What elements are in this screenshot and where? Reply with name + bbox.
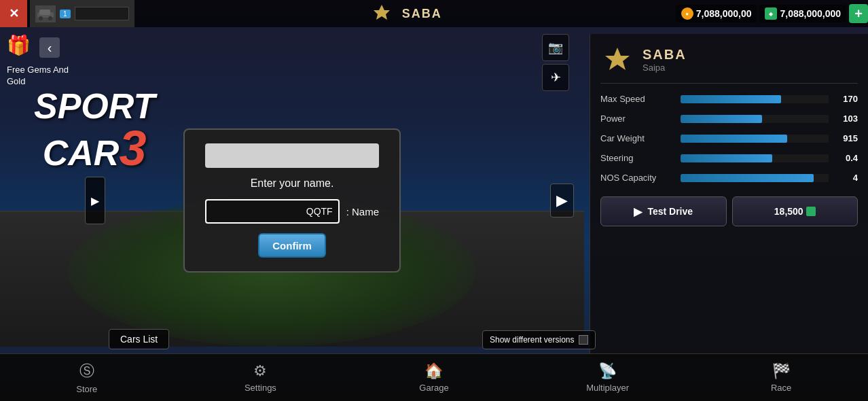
stat-row-speed: Max Speed 170	[600, 94, 858, 104]
gem-currency: ◆ 7,088,000,000	[759, 5, 846, 22]
player-logo	[600, 44, 634, 75]
stat-bar-container-steering	[681, 154, 829, 162]
stat-bar-container-nos	[681, 174, 829, 182]
stat-row-weight: Car Weight 915	[600, 133, 858, 143]
stats-panel: Saba Saipa Max Speed 170 Power 103 Car W…	[590, 34, 868, 360]
player-names: Saba Saipa	[643, 47, 687, 73]
stat-value-speed: 170	[834, 94, 858, 104]
modal-title: Enter your name.	[251, 177, 334, 190]
multiplayer-icon: 📡	[598, 362, 617, 380]
modal-name-row: : Name	[205, 199, 379, 224]
multiplayer-label: Multiplayer	[586, 383, 629, 393]
gem-value: 7,088,000,000	[780, 8, 841, 19]
coin-icon: ●	[681, 7, 693, 20]
stat-label-steering: Steering	[600, 153, 675, 163]
modal-dialog: Enter your name. : Name Confirm	[183, 128, 401, 273]
stat-bar-nos	[681, 174, 814, 182]
stat-row-nos: NOS Capacity 4	[600, 173, 858, 183]
test-drive-label: Test Drive	[647, 206, 693, 217]
player-info: Saba Saipa	[600, 44, 858, 84]
race-label: Race	[771, 383, 791, 393]
coin-value: 7,088,000,00	[696, 8, 752, 19]
action-buttons: ▶ Test Drive 18,500	[600, 196, 858, 226]
stat-value-nos: 4	[834, 173, 858, 183]
stat-value-steering: 0.4	[834, 153, 858, 163]
stat-label-nos: NOS Capacity	[600, 173, 675, 183]
buy-button[interactable]: 18,500	[732, 196, 858, 226]
modal-top-input[interactable]	[205, 143, 379, 168]
stat-label-weight: Car Weight	[600, 133, 675, 143]
video-icon: ▶	[634, 205, 642, 218]
name-label: : Name	[346, 206, 379, 217]
stat-bar-weight	[681, 135, 787, 143]
race-icon: 🏁	[772, 362, 791, 380]
svg-marker-5	[605, 48, 630, 70]
confirm-button[interactable]: Confirm	[258, 233, 326, 258]
stat-label-power: Power	[600, 114, 675, 124]
buy-price: 18,500	[774, 206, 803, 217]
coin-currency: ● 7,088,000,00	[676, 5, 757, 22]
stat-value-weight: 915	[834, 133, 858, 143]
stat-bar-container-speed	[681, 95, 829, 103]
stat-value-power: 103	[834, 114, 858, 124]
modal-overlay: Enter your name. : Name Confirm	[0, 0, 584, 401]
test-drive-button[interactable]: ▶ Test Drive	[600, 196, 727, 226]
stat-bar-container-weight	[681, 135, 829, 143]
add-currency-button[interactable]: +	[849, 4, 868, 23]
stat-row-steering: Steering 0.4	[600, 153, 858, 163]
stat-label-speed: Max Speed	[600, 94, 675, 104]
buy-gem-icon	[806, 207, 816, 216]
stat-bar-power	[681, 115, 762, 123]
stat-bar-container-power	[681, 115, 829, 123]
player-subtitle: Saipa	[643, 63, 687, 73]
nav-race[interactable]: 🏁 Race	[694, 354, 868, 401]
stat-row-power: Power 103	[600, 114, 858, 124]
player-name: Saba	[643, 47, 687, 63]
gem-icon: ◆	[765, 7, 777, 20]
stat-bar-speed	[681, 95, 781, 103]
currency-area: ● 7,088,000,00 ◆ 7,088,000,000 +	[676, 4, 868, 23]
stat-bar-steering	[681, 154, 772, 162]
name-input[interactable]	[205, 199, 340, 224]
